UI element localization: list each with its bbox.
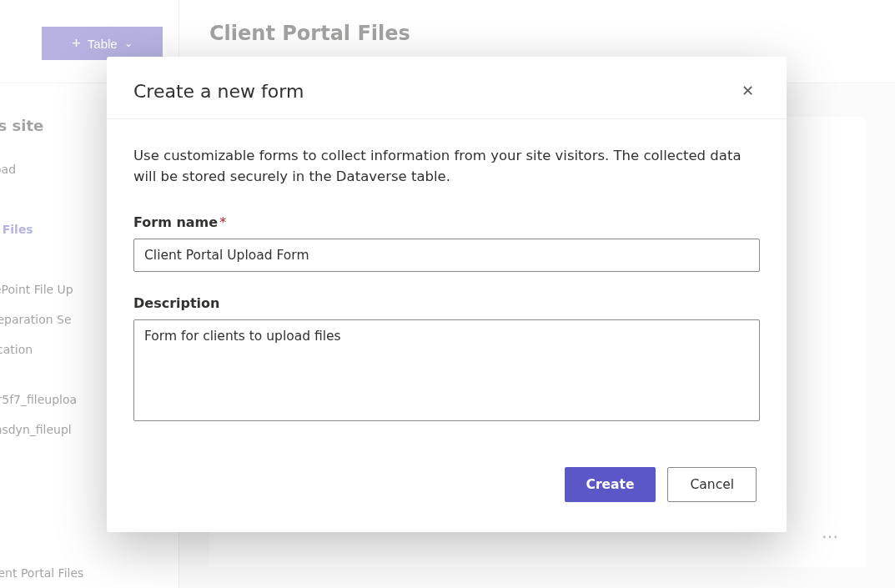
page-title: Client Portal Files [209,22,410,45]
modal-title: Create a new form [133,81,304,102]
modal-description: Use customizable forms to collect inform… [133,146,760,188]
close-icon: ✕ [742,83,754,99]
required-asterisk: * [219,214,226,230]
create-form-modal: Create a new form ✕ Use customizable for… [107,57,787,532]
close-button[interactable]: ✕ [735,78,760,103]
form-name-input[interactable] [133,239,760,272]
description-input[interactable] [133,319,760,421]
table-button-label: Table [88,37,118,51]
create-button[interactable]: Create [565,467,656,502]
sidebar-new-item[interactable]: t Client Portal Files [0,566,83,580]
description-label: Description [133,295,760,311]
modal-header: Create a new form ✕ [107,57,787,119]
modal-body: Use customizable forms to collect inform… [107,119,787,467]
cancel-button[interactable]: Cancel [667,467,757,502]
chevron-down-icon: ⌄ [124,38,133,49]
description-field: Description [133,295,760,425]
plus-icon: + [72,35,81,53]
modal-footer: Create Cancel [107,467,787,532]
form-name-field: Form name* [133,214,760,272]
form-name-label: Form name* [133,214,760,230]
ellipsis-icon[interactable]: … [822,522,840,542]
table-dropdown-button[interactable]: + Table ⌄ [42,27,163,60]
form-name-label-text: Form name [133,214,218,230]
